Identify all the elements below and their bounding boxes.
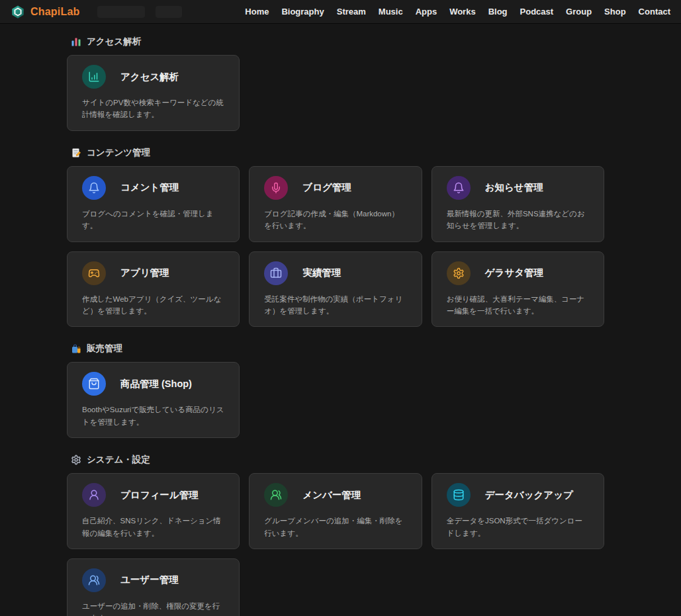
card-description: 全データをJSON形式で一括ダウンロードします。	[447, 515, 589, 539]
card-member-management[interactable]: メンバー管理 グループメンバーの追加・編集・削除を行います。	[249, 473, 422, 549]
card-portfolio-management[interactable]: 実績管理 受託案件や制作物の実績（ポートフォリオ）を管理します。	[249, 251, 422, 328]
card-description: お便り確認、大喜利テーマ編集、コーナー編集を一括で行います。	[447, 293, 589, 318]
card-data-backup[interactable]: データバックアップ 全データをJSON形式で一括ダウンロードします。	[431, 473, 604, 549]
card-comment-management[interactable]: コメント管理 ブログへのコメントを確認・管理します。	[67, 166, 240, 242]
card-access-analytics[interactable]: アクセス解析 サイトのPV数や検索キーワードなどの統計情報を確認します。	[67, 55, 240, 131]
card-title: アクセス解析	[120, 71, 179, 83]
brand-name: ChapiLab	[30, 6, 80, 18]
card-description: 作成したWebアプリ（クイズ、ツールなど）を管理します。	[82, 293, 224, 318]
nav-item-contact[interactable]: Contact	[639, 7, 670, 17]
card-announcement-management[interactable]: お知らせ管理 最新情報の更新、外部SNS連携などのお知らせを管理します。	[431, 166, 604, 242]
memo-emoji-icon	[71, 148, 81, 158]
nav-item-group[interactable]: Group	[566, 7, 592, 17]
card-description: ブログ記事の作成・編集（Markdown）を行います。	[264, 208, 406, 232]
users-icon	[82, 568, 106, 592]
user-icon	[82, 483, 106, 507]
nav-item-biography[interactable]: Biography	[281, 7, 324, 17]
card-description: サイトのPV数や検索キーワードなどの統計情報を確認します。	[82, 97, 224, 121]
brand-logo[interactable]: ChapiLab	[11, 5, 80, 19]
card-title: データバックアップ	[485, 489, 573, 502]
gamepad-icon	[82, 261, 106, 285]
card-title: プロフィール管理	[120, 489, 199, 502]
shopping-bags-emoji-icon	[71, 343, 81, 354]
chart-column-icon	[82, 65, 106, 89]
card-title: コメント管理	[120, 181, 179, 194]
card-title: ブログ管理	[302, 181, 351, 194]
card-description: 最新情報の更新、外部SNS連携などのお知らせを管理します。	[447, 208, 589, 232]
briefcase-icon	[264, 261, 288, 285]
section-header: システム・設定	[71, 454, 600, 466]
nav-item-music[interactable]: Music	[379, 7, 403, 17]
redacted-blur	[156, 6, 182, 18]
redacted-header-items	[97, 6, 182, 18]
top-navigation-bar: ChapiLab Home Biography Stream Music App…	[0, 0, 681, 24]
card-description: グループメンバーの追加・編集・削除を行います。	[264, 515, 406, 539]
nav-item-home[interactable]: Home	[245, 7, 269, 17]
admin-dashboard: アクセス解析 アクセス解析 サイトのPV数や検索キーワードなどの統計情報を確認し…	[0, 24, 681, 616]
nav-item-works[interactable]: Works	[449, 7, 476, 17]
card-description: 自己紹介、SNSリンク、ドネーション情報の編集を行います。	[82, 515, 224, 539]
card-description: 受託案件や制作物の実績（ポートフォリオ）を管理します。	[264, 293, 406, 318]
card-app-management[interactable]: アプリ管理 作成したWebアプリ（クイズ、ツールなど）を管理します。	[67, 251, 240, 328]
card-profile-management[interactable]: プロフィール管理 自己紹介、SNSリンク、ドネーション情報の編集を行います。	[67, 473, 240, 549]
card-blog-management[interactable]: ブログ管理 ブログ記事の作成・編集（Markdown）を行います。	[249, 166, 422, 242]
bell-icon	[447, 176, 471, 200]
nav-item-apps[interactable]: Apps	[416, 7, 437, 17]
section-access-analytics: アクセス解析 アクセス解析 サイトのPV数や検索キーワードなどの統計情報を確認し…	[67, 36, 604, 131]
card-description: BoothやSuzuriで販売している商品のリストを管理します。	[82, 404, 224, 428]
section-title: システム・設定	[87, 454, 150, 466]
gear-icon	[447, 261, 471, 285]
card-title: 実績管理	[302, 267, 341, 279]
gear-emoji-icon	[71, 455, 81, 465]
card-title: ユーザー管理	[120, 574, 179, 586]
users-icon	[264, 483, 288, 507]
section-system-settings: システム・設定 プロフィール管理 自己紹介、SNSリンク、ドネーション情報の編集…	[67, 454, 604, 616]
database-icon	[447, 483, 471, 507]
nav-item-podcast[interactable]: Podcast	[520, 7, 554, 17]
card-user-management[interactable]: ユーザー管理 ユーザーの追加・削除、権限の変更を行います。	[67, 558, 240, 616]
section-title: コンテンツ管理	[87, 147, 150, 159]
section-header: コンテンツ管理	[71, 147, 600, 159]
section-header: 販売管理	[71, 343, 600, 355]
nav-item-stream[interactable]: Stream	[337, 7, 366, 17]
redacted-blur	[97, 6, 145, 18]
bell-icon	[82, 176, 106, 200]
section-content-management: コンテンツ管理 コメント管理 ブログへのコメントを確認・管理します。 ブログ管理	[67, 147, 604, 328]
section-title: 販売管理	[87, 343, 122, 355]
card-title: お知らせ管理	[485, 181, 543, 194]
bar-chart-emoji-icon	[71, 36, 81, 47]
microphone-icon	[264, 176, 288, 200]
section-sales-management: 販売管理 商品管理 (Shop) BoothやSuzuriで販売している商品のリ…	[67, 343, 604, 438]
main-nav: Home Biography Stream Music Apps Works B…	[245, 7, 670, 17]
card-shop-management[interactable]: 商品管理 (Shop) BoothやSuzuriで販売している商品のリストを管理…	[67, 362, 240, 438]
card-title: 商品管理 (Shop)	[120, 378, 192, 390]
card-title: アプリ管理	[120, 267, 169, 279]
hexagon-logo-icon	[11, 5, 25, 19]
section-title: アクセス解析	[87, 36, 141, 48]
card-gerasata-management[interactable]: ゲラサタ管理 お便り確認、大喜利テーマ編集、コーナー編集を一括で行います。	[431, 251, 604, 328]
nav-item-blog[interactable]: Blog	[488, 7, 508, 17]
card-title: メンバー管理	[302, 489, 361, 502]
section-header: アクセス解析	[71, 36, 600, 48]
card-description: ブログへのコメントを確認・管理します。	[82, 208, 224, 232]
card-title: ゲラサタ管理	[485, 267, 543, 279]
card-description: ユーザーの追加・削除、権限の変更を行います。	[82, 600, 224, 616]
shopping-bag-icon	[82, 372, 106, 396]
nav-item-shop[interactable]: Shop	[604, 7, 626, 17]
